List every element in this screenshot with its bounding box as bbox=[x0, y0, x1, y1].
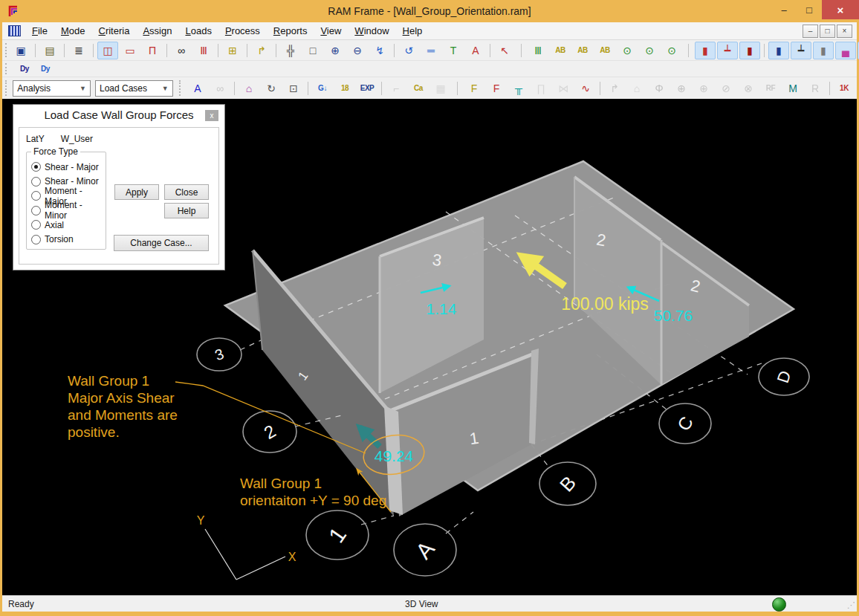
maximize-button[interactable]: □ bbox=[797, 0, 822, 19]
circle-combined-disabled-icon[interactable]: ⊗ bbox=[738, 80, 759, 97]
close-button[interactable]: × bbox=[822, 0, 859, 19]
wall-blue-icon[interactable]: ▮ bbox=[768, 42, 789, 59]
frame-arrow-icon[interactable]: ↱ bbox=[251, 42, 272, 59]
toolbar-separator bbox=[521, 44, 522, 57]
menu-loads[interactable]: Loads bbox=[178, 25, 218, 37]
node-numbers-icon[interactable]: ⊙ bbox=[617, 42, 638, 59]
moment-anchor-icon[interactable]: M bbox=[782, 80, 803, 97]
frame-shading-icon[interactable]: ⌂ bbox=[239, 80, 259, 97]
member-forces-icon[interactable]: Ⅲ bbox=[193, 42, 214, 59]
export-icon[interactable]: EXP bbox=[357, 80, 377, 97]
foundation-icon[interactable]: ▄ bbox=[835, 42, 856, 59]
mdi-minimize-button[interactable]: – bbox=[803, 25, 818, 38]
help-button[interactable]: Help bbox=[164, 203, 209, 218]
text-annotate-icon[interactable]: A bbox=[187, 80, 208, 97]
beam-numbers-bottom-icon[interactable]: AB bbox=[594, 42, 615, 59]
dialog-close-button-2[interactable]: Close bbox=[164, 184, 209, 200]
show-columns-icon[interactable]: Τ bbox=[443, 42, 464, 59]
print-icon[interactable]: ▤ bbox=[39, 42, 60, 59]
radio-axial[interactable]: Axial bbox=[31, 218, 104, 233]
arrow-bend-disabled-icon[interactable]: ↱ bbox=[604, 80, 625, 97]
toolbar-drag-handle[interactable] bbox=[5, 80, 10, 95]
menu-criteria[interactable]: Criteria bbox=[92, 25, 137, 37]
pan-icon[interactable]: ╬ bbox=[280, 42, 301, 59]
zoom-dynamic-icon[interactable]: ↯ bbox=[369, 42, 390, 59]
frame-grid-icon[interactable]: ⊞ bbox=[222, 42, 243, 59]
toolbar-drag-handle[interactable] bbox=[179, 80, 184, 95]
gravity-loads-icon[interactable]: G↓ bbox=[312, 80, 333, 97]
menu-view[interactable]: View bbox=[314, 25, 348, 37]
story-drift-icon[interactable]: Dy bbox=[15, 62, 34, 77]
case-label-laty[interactable]: LatY bbox=[26, 134, 45, 144]
zoom-out-icon[interactable]: ⊖ bbox=[347, 42, 368, 59]
rotate-view-icon[interactable]: ↺ bbox=[398, 42, 419, 59]
beam-numbers-top-icon[interactable]: AB bbox=[572, 42, 593, 59]
menu-help[interactable]: Help bbox=[396, 25, 430, 37]
select-pointer-icon[interactable]: ↖ bbox=[494, 42, 515, 59]
zoom-box-icon[interactable]: □ bbox=[302, 42, 323, 59]
wall-solid-icon[interactable]: ▮ bbox=[739, 42, 760, 59]
wall-shear-icon[interactable]: ▮ bbox=[695, 42, 716, 59]
find-members-icon[interactable]: ∞ bbox=[171, 42, 192, 59]
drift-at-point-icon[interactable]: Dy bbox=[36, 62, 55, 77]
mass-loads-icon[interactable]: 18 bbox=[334, 80, 355, 97]
rotate-case-icon[interactable]: ↻ bbox=[261, 80, 282, 97]
show-braces-icon[interactable]: A bbox=[465, 42, 486, 59]
wall-gray-icon[interactable]: ▮ bbox=[813, 42, 834, 59]
3d-viewport[interactable]: 3 2 1 A B C D bbox=[2, 99, 857, 595]
radio-moment-minor[interactable]: Moment - Minor bbox=[31, 204, 104, 218]
load-case-ca-icon[interactable]: Ca bbox=[408, 80, 429, 97]
bowtie-disabled-icon[interactable]: ⋈ bbox=[553, 80, 574, 97]
node-numbers-top-icon[interactable]: ⊙ bbox=[639, 42, 660, 59]
pattern-disabled-icon[interactable]: ▦ bbox=[430, 80, 451, 97]
report-list-icon[interactable]: ≣ bbox=[68, 42, 89, 59]
menu-process[interactable]: Process bbox=[218, 25, 267, 37]
toolbar-drag-handle[interactable] bbox=[5, 43, 7, 57]
rf-disabled-icon[interactable]: RF bbox=[760, 80, 781, 97]
circle-disp-disabled-icon[interactable]: ⊕ bbox=[693, 80, 714, 97]
remove-forces-icon[interactable]: F bbox=[486, 80, 507, 97]
beam-disabled-icon[interactable]: ⌐ bbox=[386, 80, 406, 97]
toolbar-drag-handle[interactable] bbox=[5, 63, 11, 74]
menu-mode[interactable]: Mode bbox=[54, 25, 92, 37]
minimize-button[interactable]: – bbox=[771, 0, 797, 19]
circle-plus-disabled-icon[interactable]: ⊕ bbox=[671, 80, 692, 97]
save-icon[interactable]: ▣ bbox=[10, 42, 31, 59]
reactions-icon[interactable]: ╥ bbox=[508, 80, 529, 97]
reaction-r-disabled-icon[interactable]: R bbox=[805, 80, 826, 97]
show-beams-icon[interactable]: ═ bbox=[421, 42, 441, 59]
apply-button[interactable]: Apply bbox=[114, 184, 159, 200]
change-case-button[interactable]: Change Case... bbox=[114, 235, 209, 251]
circle-rot-disabled-icon[interactable]: ⊘ bbox=[716, 80, 736, 97]
chart-1k-icon[interactable]: 1K bbox=[834, 80, 855, 97]
menu-window[interactable]: Window bbox=[348, 25, 395, 37]
phi-disabled-icon[interactable]: Φ bbox=[649, 80, 670, 97]
mode-combo[interactable]: Analysis ▼ bbox=[13, 80, 91, 97]
menu-file[interactable]: File bbox=[25, 25, 54, 37]
mdi-restore-button[interactable]: □ bbox=[820, 25, 835, 38]
applied-forces-icon[interactable]: F bbox=[464, 80, 484, 97]
beam-numbers-icon[interactable]: AB bbox=[550, 42, 571, 59]
support-fixed-icon[interactable]: ┷ bbox=[791, 42, 811, 59]
case-label-wuser[interactable]: W_User bbox=[61, 134, 93, 144]
menu-reports[interactable]: Reports bbox=[267, 25, 314, 37]
view-3d-icon[interactable]: ◫ bbox=[97, 42, 118, 59]
mode-shape-icon[interactable]: ∿ bbox=[575, 80, 596, 97]
find-disabled-icon[interactable]: ∞ bbox=[210, 80, 230, 97]
menu-assign[interactable]: Assign bbox=[136, 25, 178, 37]
dialog-close-button[interactable]: x bbox=[205, 110, 218, 121]
view-elevation-icon[interactable]: Π bbox=[142, 42, 163, 59]
frame-edit-disabled-icon[interactable]: ⌂ bbox=[626, 80, 647, 97]
show-load-lines-icon[interactable]: Ⅲ bbox=[528, 42, 548, 59]
case-box-icon[interactable]: ⊡ bbox=[283, 80, 304, 97]
resize-grip[interactable]: ⋰ bbox=[847, 600, 855, 610]
radio-torsion[interactable]: Torsion bbox=[31, 233, 104, 247]
zoom-in-icon[interactable]: ⊕ bbox=[325, 42, 346, 59]
node-numbers-bottom-icon[interactable]: ⊙ bbox=[661, 42, 682, 59]
view-plan-icon[interactable]: ▭ bbox=[120, 42, 140, 59]
mdi-close-button[interactable]: × bbox=[837, 25, 852, 38]
wall-support-icon[interactable]: ┷ bbox=[717, 42, 738, 59]
radio-shear-major[interactable]: Shear - Major bbox=[31, 160, 104, 175]
brackets-disabled-icon[interactable]: ∏ bbox=[531, 80, 551, 97]
load-cases-combo[interactable]: Load Cases ▼ bbox=[95, 80, 173, 97]
